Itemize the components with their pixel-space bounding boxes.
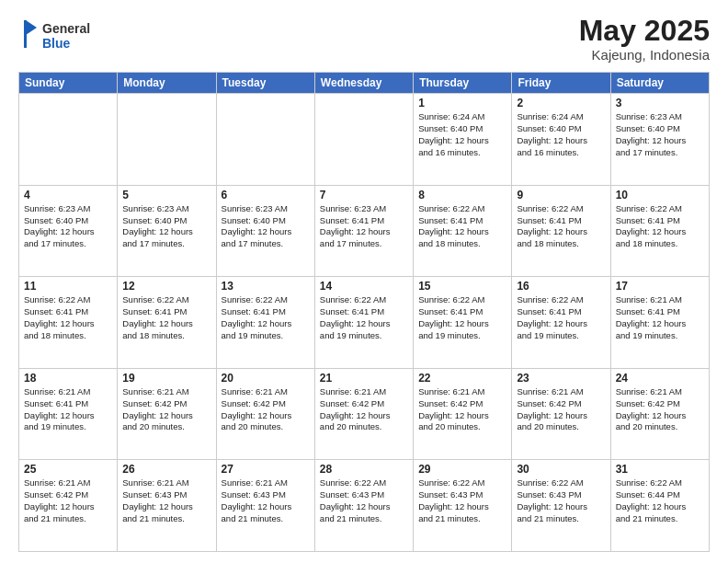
calendar-cell: 17Sunrise: 6:21 AMSunset: 6:41 PMDayligh… bbox=[610, 277, 709, 369]
week-row-1: 4Sunrise: 6:23 AMSunset: 6:40 PMDaylight… bbox=[19, 185, 710, 277]
calendar-cell: 24Sunrise: 6:21 AMSunset: 6:42 PMDayligh… bbox=[610, 368, 709, 460]
day-number: 23 bbox=[517, 372, 605, 385]
day-info: Sunrise: 6:22 AMSunset: 6:43 PMDaylight:… bbox=[320, 477, 408, 524]
day-number: 25 bbox=[24, 463, 112, 476]
week-row-4: 25Sunrise: 6:21 AMSunset: 6:42 PMDayligh… bbox=[19, 460, 710, 552]
day-info: Sunrise: 6:23 AMSunset: 6:40 PMDaylight:… bbox=[122, 203, 210, 250]
day-info: Sunrise: 6:22 AMSunset: 6:43 PMDaylight:… bbox=[517, 477, 605, 524]
svg-text:General: General bbox=[42, 21, 90, 36]
day-number: 8 bbox=[418, 189, 506, 201]
calendar-cell: 25Sunrise: 6:21 AMSunset: 6:42 PMDayligh… bbox=[19, 460, 118, 552]
day-info: Sunrise: 6:22 AMSunset: 6:41 PMDaylight:… bbox=[616, 203, 704, 250]
calendar-cell: 14Sunrise: 6:22 AMSunset: 6:41 PMDayligh… bbox=[314, 277, 413, 369]
location: Kajeung, Indonesia bbox=[579, 47, 710, 63]
day-header-tuesday: Tuesday bbox=[216, 73, 314, 94]
day-info: Sunrise: 6:23 AMSunset: 6:40 PMDaylight:… bbox=[24, 203, 112, 250]
day-info: Sunrise: 6:22 AMSunset: 6:41 PMDaylight:… bbox=[222, 294, 310, 341]
header: General Blue May 2025 Kajeung, Indonesia bbox=[18, 15, 710, 63]
month-year: May 2025 bbox=[579, 15, 710, 47]
day-number: 17 bbox=[616, 280, 704, 293]
day-number: 21 bbox=[320, 372, 408, 385]
day-info: Sunrise: 6:21 AMSunset: 6:43 PMDaylight:… bbox=[122, 477, 210, 524]
day-info: Sunrise: 6:23 AMSunset: 6:40 PMDaylight:… bbox=[222, 203, 310, 250]
day-info: Sunrise: 6:21 AMSunset: 6:41 PMDaylight:… bbox=[24, 386, 112, 433]
day-number: 28 bbox=[320, 463, 408, 476]
calendar-cell: 10Sunrise: 6:22 AMSunset: 6:41 PMDayligh… bbox=[610, 185, 709, 277]
week-row-2: 11Sunrise: 6:22 AMSunset: 6:41 PMDayligh… bbox=[19, 277, 710, 369]
day-info: Sunrise: 6:22 AMSunset: 6:41 PMDaylight:… bbox=[517, 294, 605, 341]
svg-text:Blue: Blue bbox=[42, 36, 71, 51]
day-info: Sunrise: 6:24 AMSunset: 6:40 PMDaylight:… bbox=[418, 111, 506, 158]
day-number: 14 bbox=[320, 280, 408, 293]
calendar-cell: 9Sunrise: 6:22 AMSunset: 6:41 PMDaylight… bbox=[512, 185, 610, 277]
day-number: 3 bbox=[616, 97, 704, 109]
day-number: 6 bbox=[222, 189, 310, 201]
calendar-cell: 21Sunrise: 6:21 AMSunset: 6:42 PMDayligh… bbox=[314, 368, 413, 460]
calendar-cell bbox=[19, 94, 118, 186]
day-info: Sunrise: 6:22 AMSunset: 6:44 PMDaylight:… bbox=[616, 477, 704, 524]
calendar-table: SundayMondayTuesdayWednesdayThursdayFrid… bbox=[18, 72, 710, 552]
calendar-cell: 8Sunrise: 6:22 AMSunset: 6:41 PMDaylight… bbox=[414, 185, 512, 277]
calendar-cell: 18Sunrise: 6:21 AMSunset: 6:41 PMDayligh… bbox=[19, 368, 118, 460]
day-info: Sunrise: 6:21 AMSunset: 6:41 PMDaylight:… bbox=[616, 294, 704, 341]
day-info: Sunrise: 6:21 AMSunset: 6:42 PMDaylight:… bbox=[122, 386, 210, 433]
day-info: Sunrise: 6:22 AMSunset: 6:41 PMDaylight:… bbox=[24, 294, 112, 341]
calendar-cell: 12Sunrise: 6:22 AMSunset: 6:41 PMDayligh… bbox=[118, 277, 216, 369]
calendar-header-row: SundayMondayTuesdayWednesdayThursdayFrid… bbox=[19, 73, 710, 94]
calendar-cell: 11Sunrise: 6:22 AMSunset: 6:41 PMDayligh… bbox=[19, 277, 118, 369]
day-info: Sunrise: 6:22 AMSunset: 6:43 PMDaylight:… bbox=[418, 477, 506, 524]
logo-text: General Blue bbox=[18, 15, 119, 59]
day-header-monday: Monday bbox=[118, 73, 216, 94]
day-number: 24 bbox=[616, 372, 704, 385]
day-number: 18 bbox=[24, 372, 112, 385]
calendar-cell: 19Sunrise: 6:21 AMSunset: 6:42 PMDayligh… bbox=[118, 368, 216, 460]
week-row-0: 1Sunrise: 6:24 AMSunset: 6:40 PMDaylight… bbox=[19, 94, 710, 186]
calendar-cell: 26Sunrise: 6:21 AMSunset: 6:43 PMDayligh… bbox=[118, 460, 216, 552]
calendar-cell: 29Sunrise: 6:22 AMSunset: 6:43 PMDayligh… bbox=[414, 460, 512, 552]
day-info: Sunrise: 6:22 AMSunset: 6:41 PMDaylight:… bbox=[320, 294, 408, 341]
day-number: 29 bbox=[418, 463, 506, 476]
day-info: Sunrise: 6:22 AMSunset: 6:41 PMDaylight:… bbox=[517, 203, 605, 250]
calendar-cell: 20Sunrise: 6:21 AMSunset: 6:42 PMDayligh… bbox=[216, 368, 314, 460]
calendar-cell: 28Sunrise: 6:22 AMSunset: 6:43 PMDayligh… bbox=[314, 460, 413, 552]
title-block: May 2025 Kajeung, Indonesia bbox=[579, 15, 710, 63]
calendar-cell: 31Sunrise: 6:22 AMSunset: 6:44 PMDayligh… bbox=[610, 460, 709, 552]
calendar-cell: 27Sunrise: 6:21 AMSunset: 6:43 PMDayligh… bbox=[216, 460, 314, 552]
day-header-friday: Friday bbox=[512, 73, 610, 94]
day-header-saturday: Saturday bbox=[610, 73, 709, 94]
page: General Blue May 2025 Kajeung, Indonesia… bbox=[0, 0, 728, 563]
day-info: Sunrise: 6:22 AMSunset: 6:41 PMDaylight:… bbox=[418, 203, 506, 250]
day-number: 31 bbox=[616, 463, 704, 476]
day-number: 22 bbox=[418, 372, 506, 385]
calendar-cell: 16Sunrise: 6:22 AMSunset: 6:41 PMDayligh… bbox=[512, 277, 610, 369]
calendar-cell: 23Sunrise: 6:21 AMSunset: 6:42 PMDayligh… bbox=[512, 368, 610, 460]
calendar-cell: 3Sunrise: 6:23 AMSunset: 6:40 PMDaylight… bbox=[610, 94, 709, 186]
calendar-cell bbox=[314, 94, 413, 186]
day-info: Sunrise: 6:21 AMSunset: 6:42 PMDaylight:… bbox=[418, 386, 506, 433]
calendar-cell bbox=[216, 94, 314, 186]
day-info: Sunrise: 6:23 AMSunset: 6:40 PMDaylight:… bbox=[616, 111, 704, 158]
day-header-sunday: Sunday bbox=[19, 73, 118, 94]
day-number: 1 bbox=[418, 97, 506, 109]
day-number: 9 bbox=[517, 189, 605, 201]
day-header-thursday: Thursday bbox=[414, 73, 512, 94]
day-number: 30 bbox=[517, 463, 605, 476]
day-info: Sunrise: 6:21 AMSunset: 6:43 PMDaylight:… bbox=[222, 477, 310, 524]
calendar-cell: 5Sunrise: 6:23 AMSunset: 6:40 PMDaylight… bbox=[118, 185, 216, 277]
logo-svg: General Blue bbox=[18, 15, 119, 55]
day-number: 16 bbox=[517, 280, 605, 293]
day-number: 20 bbox=[222, 372, 310, 385]
day-number: 13 bbox=[222, 280, 310, 293]
day-header-wednesday: Wednesday bbox=[314, 73, 413, 94]
svg-rect-3 bbox=[24, 20, 27, 48]
day-number: 12 bbox=[122, 280, 210, 293]
day-number: 15 bbox=[418, 280, 506, 293]
day-info: Sunrise: 6:21 AMSunset: 6:42 PMDaylight:… bbox=[222, 386, 310, 433]
day-number: 4 bbox=[24, 189, 112, 201]
svg-marker-2 bbox=[26, 20, 37, 35]
day-info: Sunrise: 6:23 AMSunset: 6:41 PMDaylight:… bbox=[320, 203, 408, 250]
calendar-cell: 30Sunrise: 6:22 AMSunset: 6:43 PMDayligh… bbox=[512, 460, 610, 552]
calendar-cell bbox=[118, 94, 216, 186]
day-number: 10 bbox=[616, 189, 704, 201]
day-info: Sunrise: 6:21 AMSunset: 6:42 PMDaylight:… bbox=[320, 386, 408, 433]
